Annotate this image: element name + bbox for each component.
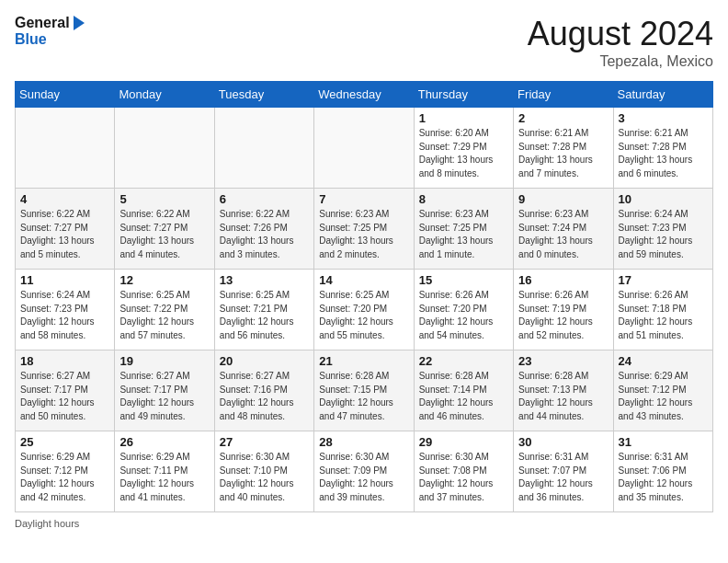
calendar-cell: 29Sunrise: 6:30 AM Sunset: 7:08 PM Dayli… xyxy=(414,431,513,512)
day-info: Sunrise: 6:25 AM Sunset: 7:20 PM Dayligh… xyxy=(319,289,408,342)
weekday-header-wednesday: Wednesday xyxy=(314,82,414,108)
weekday-header-row: SundayMondayTuesdayWednesdayThursdayFrid… xyxy=(16,82,713,108)
day-number: 17 xyxy=(619,273,708,287)
weekday-header-friday: Friday xyxy=(514,82,613,108)
month-year-title: August 2024 xyxy=(528,15,713,53)
day-number: 29 xyxy=(419,435,508,449)
calendar-cell: 7Sunrise: 6:23 AM Sunset: 7:25 PM Daylig… xyxy=(314,189,414,270)
day-info: Sunrise: 6:24 AM Sunset: 7:23 PM Dayligh… xyxy=(20,289,109,342)
calendar-cell: 9Sunrise: 6:23 AM Sunset: 7:24 PM Daylig… xyxy=(514,189,613,270)
calendar-cell: 13Sunrise: 6:25 AM Sunset: 7:21 PM Dayli… xyxy=(214,270,313,350)
calendar-cell: 21Sunrise: 6:28 AM Sunset: 7:15 PM Dayli… xyxy=(314,350,414,431)
day-number: 11 xyxy=(20,273,109,287)
day-info: Sunrise: 6:28 AM Sunset: 7:13 PM Dayligh… xyxy=(518,370,608,423)
calendar-cell xyxy=(214,108,313,189)
day-info: Sunrise: 6:26 AM Sunset: 7:19 PM Dayligh… xyxy=(518,289,608,342)
calendar-cell: 25Sunrise: 6:29 AM Sunset: 7:12 PM Dayli… xyxy=(16,431,115,512)
day-info: Sunrise: 6:24 AM Sunset: 7:23 PM Dayligh… xyxy=(619,208,708,261)
day-info: Sunrise: 6:31 AM Sunset: 7:06 PM Dayligh… xyxy=(619,451,708,504)
location-subtitle: Tepezala, Mexico xyxy=(528,53,713,70)
calendar-cell: 14Sunrise: 6:25 AM Sunset: 7:20 PM Dayli… xyxy=(314,270,414,350)
calendar-cell: 12Sunrise: 6:25 AM Sunset: 7:22 PM Dayli… xyxy=(115,270,214,350)
day-info: Sunrise: 6:28 AM Sunset: 7:15 PM Dayligh… xyxy=(319,370,408,423)
calendar-cell xyxy=(314,108,414,189)
calendar-cell: 19Sunrise: 6:27 AM Sunset: 7:17 PM Dayli… xyxy=(115,350,214,431)
week-row-5: 25Sunrise: 6:29 AM Sunset: 7:12 PM Dayli… xyxy=(16,431,713,512)
weekday-header-tuesday: Tuesday xyxy=(214,82,313,108)
calendar-cell: 15Sunrise: 6:26 AM Sunset: 7:20 PM Dayli… xyxy=(414,270,513,350)
day-number: 18 xyxy=(20,354,109,368)
day-number: 27 xyxy=(220,435,309,449)
calendar-cell: 2Sunrise: 6:21 AM Sunset: 7:28 PM Daylig… xyxy=(514,108,613,189)
day-number: 6 xyxy=(220,192,309,206)
day-number: 2 xyxy=(518,111,608,125)
day-info: Sunrise: 6:27 AM Sunset: 7:17 PM Dayligh… xyxy=(119,370,209,423)
day-number: 24 xyxy=(619,354,708,368)
week-row-2: 4Sunrise: 6:22 AM Sunset: 7:27 PM Daylig… xyxy=(16,189,713,270)
day-info: Sunrise: 6:25 AM Sunset: 7:21 PM Dayligh… xyxy=(220,289,309,342)
day-number: 4 xyxy=(20,192,109,206)
day-number: 31 xyxy=(619,435,708,449)
day-info: Sunrise: 6:31 AM Sunset: 7:07 PM Dayligh… xyxy=(518,451,608,504)
day-number: 26 xyxy=(119,435,209,449)
day-info: Sunrise: 6:22 AM Sunset: 7:27 PM Dayligh… xyxy=(20,208,109,261)
calendar-cell: 20Sunrise: 6:27 AM Sunset: 7:16 PM Dayli… xyxy=(214,350,313,431)
day-info: Sunrise: 6:27 AM Sunset: 7:17 PM Dayligh… xyxy=(20,370,109,423)
day-number: 23 xyxy=(518,354,608,368)
day-info: Sunrise: 6:30 AM Sunset: 7:09 PM Dayligh… xyxy=(319,451,408,504)
calendar-cell: 16Sunrise: 6:26 AM Sunset: 7:19 PM Dayli… xyxy=(514,270,613,350)
daylight-hours-label: Daylight hours xyxy=(15,518,79,529)
day-info: Sunrise: 6:23 AM Sunset: 7:24 PM Dayligh… xyxy=(518,208,608,261)
weekday-header-monday: Monday xyxy=(115,82,214,108)
day-number: 10 xyxy=(619,192,708,206)
day-info: Sunrise: 6:30 AM Sunset: 7:08 PM Dayligh… xyxy=(419,451,508,504)
day-info: Sunrise: 6:25 AM Sunset: 7:22 PM Dayligh… xyxy=(119,289,209,342)
calendar-cell: 1Sunrise: 6:20 AM Sunset: 7:29 PM Daylig… xyxy=(414,108,513,189)
calendar-cell: 23Sunrise: 6:28 AM Sunset: 7:13 PM Dayli… xyxy=(514,350,613,431)
calendar-cell: 11Sunrise: 6:24 AM Sunset: 7:23 PM Dayli… xyxy=(16,270,115,350)
logo: General Blue xyxy=(15,15,85,47)
calendar-cell xyxy=(16,108,115,189)
calendar-cell: 17Sunrise: 6:26 AM Sunset: 7:18 PM Dayli… xyxy=(613,270,712,350)
calendar-cell: 4Sunrise: 6:22 AM Sunset: 7:27 PM Daylig… xyxy=(16,189,115,270)
calendar-cell: 6Sunrise: 6:22 AM Sunset: 7:26 PM Daylig… xyxy=(214,189,313,270)
calendar-cell: 8Sunrise: 6:23 AM Sunset: 7:25 PM Daylig… xyxy=(414,189,513,270)
calendar-table: SundayMondayTuesdayWednesdayThursdayFrid… xyxy=(15,81,713,512)
calendar-cell: 22Sunrise: 6:28 AM Sunset: 7:14 PM Dayli… xyxy=(414,350,513,431)
day-info: Sunrise: 6:26 AM Sunset: 7:20 PM Dayligh… xyxy=(419,289,508,342)
calendar-cell: 30Sunrise: 6:31 AM Sunset: 7:07 PM Dayli… xyxy=(514,431,613,512)
weekday-header-saturday: Saturday xyxy=(613,82,712,108)
calendar-cell: 3Sunrise: 6:21 AM Sunset: 7:28 PM Daylig… xyxy=(613,108,712,189)
day-number: 20 xyxy=(220,354,309,368)
calendar-cell xyxy=(115,108,214,189)
title-block: August 2024 Tepezala, Mexico xyxy=(528,15,713,70)
day-number: 5 xyxy=(119,192,209,206)
day-number: 25 xyxy=(20,435,109,449)
calendar-cell: 28Sunrise: 6:30 AM Sunset: 7:09 PM Dayli… xyxy=(314,431,414,512)
day-number: 8 xyxy=(419,192,508,206)
day-number: 3 xyxy=(619,111,708,125)
day-info: Sunrise: 6:23 AM Sunset: 7:25 PM Dayligh… xyxy=(319,208,408,261)
calendar-cell: 24Sunrise: 6:29 AM Sunset: 7:12 PM Dayli… xyxy=(613,350,712,431)
day-number: 13 xyxy=(220,273,309,287)
logo-arrow-icon xyxy=(74,16,85,30)
page-header: General Blue August 2024 Tepezala, Mexic… xyxy=(15,15,713,70)
day-info: Sunrise: 6:23 AM Sunset: 7:25 PM Dayligh… xyxy=(419,208,508,261)
day-number: 30 xyxy=(518,435,608,449)
logo-text: General Blue xyxy=(15,15,85,47)
day-info: Sunrise: 6:20 AM Sunset: 7:29 PM Dayligh… xyxy=(419,127,508,180)
day-info: Sunrise: 6:30 AM Sunset: 7:10 PM Dayligh… xyxy=(220,451,309,504)
day-info: Sunrise: 6:26 AM Sunset: 7:18 PM Dayligh… xyxy=(619,289,708,342)
day-number: 16 xyxy=(518,273,608,287)
weekday-header-sunday: Sunday xyxy=(16,82,115,108)
day-info: Sunrise: 6:22 AM Sunset: 7:27 PM Dayligh… xyxy=(119,208,209,261)
day-info: Sunrise: 6:21 AM Sunset: 7:28 PM Dayligh… xyxy=(619,127,708,180)
day-number: 19 xyxy=(119,354,209,368)
calendar-cell: 18Sunrise: 6:27 AM Sunset: 7:17 PM Dayli… xyxy=(16,350,115,431)
day-info: Sunrise: 6:28 AM Sunset: 7:14 PM Dayligh… xyxy=(419,370,508,423)
day-number: 14 xyxy=(319,273,408,287)
day-info: Sunrise: 6:21 AM Sunset: 7:28 PM Dayligh… xyxy=(518,127,608,180)
day-info: Sunrise: 6:29 AM Sunset: 7:11 PM Dayligh… xyxy=(119,451,209,504)
day-number: 9 xyxy=(518,192,608,206)
day-info: Sunrise: 6:27 AM Sunset: 7:16 PM Dayligh… xyxy=(220,370,309,423)
